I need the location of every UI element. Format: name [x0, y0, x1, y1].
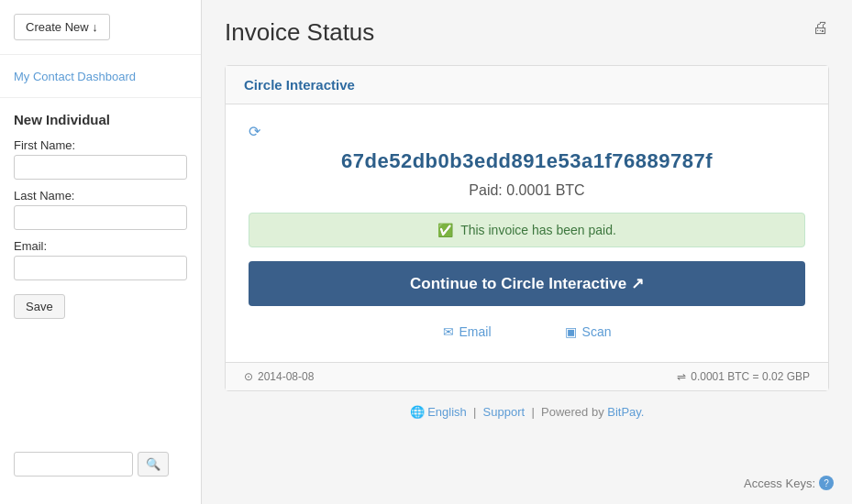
language-link[interactable]: 🌐 English [410, 405, 470, 419]
invoice-card-footer: ⊙ 2014-08-08 ⇌ 0.0001 BTC = 0.02 GBP [226, 362, 828, 390]
continue-button[interactable]: Continue to Circle Interactive ↗ [249, 261, 805, 306]
last-name-group: Last Name: [14, 189, 187, 230]
first-name-input[interactable] [14, 155, 187, 180]
main-header: Invoice Status 🖨 [225, 18, 829, 47]
print-icon[interactable]: 🖨 [813, 18, 829, 38]
sidebar: Create New ↓ My Contact Dashboard New In… [0, 0, 202, 504]
language-label: English [427, 405, 467, 419]
bitpay-label: BitPay. [607, 405, 644, 419]
first-name-group: First Name: [14, 138, 187, 180]
paid-success-text: This invoice has been paid. [460, 223, 616, 237]
search-input[interactable] [14, 452, 133, 477]
paid-amount: Paid: 0.0001 BTC [249, 182, 805, 199]
support-label: Support [483, 405, 526, 419]
invoice-card-body: ⟳ 67de52db0b3edd891e53a1f76889787f Paid:… [226, 104, 828, 362]
invoice-date: 2014-08-08 [258, 370, 314, 383]
refresh-icon[interactable]: ⟳ [249, 123, 805, 140]
merchant-name: Circle Interactive [244, 77, 355, 93]
contact-dashboard-link[interactable]: My Contact Dashboard [14, 70, 136, 83]
invoice-card-header: Circle Interactive [226, 66, 828, 104]
bottom-footer: 🌐 English | Support | Powered by BitPay. [225, 405, 829, 419]
search-icon: 🔍 [146, 457, 160, 471]
support-link[interactable]: Support [483, 405, 528, 419]
email-label: Email: [14, 239, 187, 253]
email-icon: ✉ [443, 324, 454, 339]
invoice-card: Circle Interactive ⟳ 67de52db0b3edd891e5… [225, 65, 829, 391]
page-title: Invoice Status [225, 18, 374, 47]
scan-label: Scan [582, 324, 612, 339]
create-new-button[interactable]: Create New ↓ [14, 14, 110, 40]
save-button[interactable]: Save [14, 294, 65, 319]
invoice-hash: 67de52db0b3edd891e53a1f76889787f [249, 149, 805, 173]
sidebar-nav: My Contact Dashboard [0, 55, 201, 98]
sidebar-form: New Individual First Name: Last Name: Em… [0, 98, 201, 333]
new-individual-title: New Individual [14, 112, 187, 127]
access-keys-help[interactable]: ? [819, 476, 834, 490]
exchange-icon: ⇌ [677, 370, 686, 383]
email-group: Email: [14, 239, 187, 280]
first-name-label: First Name: [14, 138, 187, 152]
search-button[interactable]: 🔍 [138, 452, 169, 477]
main-content: Invoice Status 🖨 Circle Interactive ⟳ 67… [202, 0, 852, 504]
sidebar-top: Create New ↓ [0, 14, 201, 55]
last-name-label: Last Name: [14, 189, 187, 203]
paid-success-banner: ✅ This invoice has been paid. [249, 213, 805, 247]
btc-rate: 0.0001 BTC = 0.02 GBP [691, 370, 810, 383]
invoice-actions: ✉ Email ▣ Scan [249, 320, 805, 348]
clock-icon: ⊙ [244, 370, 253, 383]
email-action-link[interactable]: ✉ Email [443, 324, 492, 339]
email-input[interactable] [14, 256, 187, 280]
email-label: Email [459, 324, 492, 339]
globe-icon: 🌐 [410, 405, 425, 419]
sidebar-search: 🔍 [0, 438, 201, 490]
checkmark-icon: ✅ [437, 223, 453, 237]
footer-rate: ⇌ 0.0001 BTC = 0.02 GBP [677, 370, 810, 383]
powered-by-text: Powered by [541, 405, 607, 419]
bitpay-link[interactable]: BitPay. [607, 405, 644, 419]
last-name-input[interactable] [14, 205, 187, 230]
access-keys: Access Keys: ? [744, 476, 834, 490]
access-keys-label: Access Keys: [744, 477, 815, 490]
qr-icon: ▣ [565, 324, 577, 339]
scan-action-link[interactable]: ▣ Scan [565, 324, 612, 339]
footer-date: ⊙ 2014-08-08 [244, 370, 314, 383]
